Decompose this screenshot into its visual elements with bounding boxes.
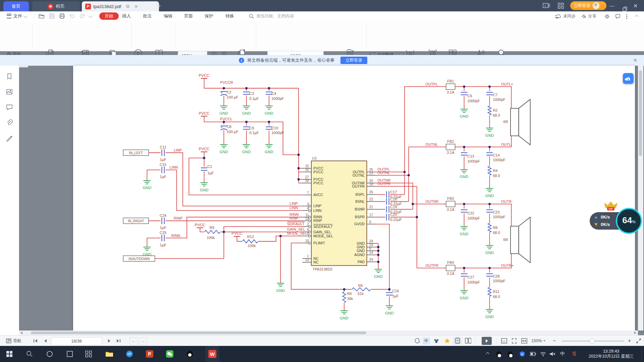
hamburger-icon [7,14,11,18]
collapse-toolbar-icon[interactable] [635,15,638,18]
docer-logo-icon: ❋ [48,4,53,9]
zoom-slider-knob[interactable] [590,339,595,344]
fit-page-status-icon[interactable] [511,338,517,344]
tray-sogou-icon[interactable]: S [570,346,579,362]
tray-security-icon[interactable] [518,346,527,362]
favorite-star-icon[interactable] [444,338,450,344]
bookmark-icon[interactable] [6,73,13,80]
wps-button-active[interactable]: W [205,346,219,362]
single-page-view-icon[interactable] [455,338,460,344]
actual-size-status-icon[interactable]: 1:1 [501,338,507,344]
horizontal-scrollbar-thumb[interactable] [31,331,366,334]
file-menu[interactable]: 文件 [7,11,27,21]
zoom-out-button[interactable]: − [553,336,556,346]
wechat-button[interactable] [164,346,176,362]
fullscreen-icon[interactable] [636,338,641,344]
taskbar-search-button[interactable] [23,346,36,362]
minimize-button[interactable]: — [610,0,620,11]
page-indicator[interactable]: 18/38 [51,337,102,345]
tray-qq1-icon[interactable] [494,346,503,362]
menu-annotate[interactable]: 批注 [143,11,152,21]
eye-protect-icon[interactable] [415,338,420,344]
present-icon[interactable]: ⧉ [126,4,129,9]
new-tab-button[interactable]: + [157,2,161,10]
attachment-icon[interactable] [6,119,13,126]
start-button[interactable] [5,346,14,362]
tray-wifi-icon[interactable] [539,346,547,362]
nav-panel-button[interactable]: 导航 [6,336,21,346]
close-window-button[interactable]: ✕ [633,0,643,11]
memory-percent: 64 [622,215,632,226]
task-view-button[interactable] [64,346,76,362]
notification-login-button[interactable]: 立即登录 [340,57,367,64]
window-switch-icon[interactable]: 1 [543,0,550,11]
history-forward-button[interactable]: → [139,337,147,345]
scroll-right-icon[interactable] [634,331,636,334]
gear-icon[interactable] [604,14,610,19]
menu-protect[interactable]: 保护 [205,11,213,21]
show-desktop-button[interactable] [641,346,644,362]
scroll-left-icon[interactable] [20,331,22,334]
tray-expand-icon[interactable] [484,346,491,362]
share-button[interactable]: 分享 [581,11,596,21]
more-menu-icon[interactable] [626,14,628,19]
zoom-in-button[interactable]: + [628,336,631,346]
cloud-backup-button[interactable] [623,73,634,84]
export-image-icon[interactable] [6,88,13,95]
menu-convert[interactable]: 转换 [225,11,234,21]
qq-button[interactable] [184,346,196,362]
next-page-button[interactable] [108,336,110,346]
browser-button[interactable] [123,346,136,362]
menu-page[interactable]: 页面 [184,11,193,21]
undo-icon[interactable] [69,13,75,19]
docer-skin-icon[interactable] [433,338,439,344]
vertical-scrollbar[interactable] [638,66,643,330]
facing-pages-icon[interactable] [465,338,471,344]
history-back-button[interactable]: ← [129,337,138,345]
title-bar: 首页 ❋ 稻壳 P tpa3138d2.pdf ⧉ ✕ + 1 立即登录 — ✕ [0,0,644,11]
menu-start[interactable]: 开始 [99,12,119,20]
tray-qq2-icon[interactable] [506,346,515,362]
toolbar: 手型 选择 W PDF转Office PDF转图片 拆分合并 播放 阅读模式 1… [0,21,644,51]
search-input[interactable]: 查找功能、文档内容 [249,11,294,21]
app-grid-button[interactable] [83,346,95,362]
first-page-button[interactable] [34,336,37,346]
signature-icon[interactable] [6,135,13,141]
translate-toggle[interactable]: 中 [423,337,430,345]
tab-home[interactable]: 首页 [3,1,29,11]
print-icon[interactable] [59,13,65,19]
avatar [592,2,600,9]
notification-close-icon[interactable]: ✕ [633,57,637,63]
sync-status[interactable]: 未同步 [555,11,576,21]
redo-icon[interactable] [79,13,85,19]
tab-docer[interactable]: ❋ 稻壳 [32,1,80,11]
horizontal-scrollbar[interactable] [19,330,638,335]
tray-ime-indicator[interactable]: 中 [558,346,567,362]
login-button[interactable]: 立即登录 [570,1,606,10]
zoom-level-select[interactable]: 150% [531,336,545,346]
save-icon[interactable] [49,13,55,19]
open-icon[interactable] [38,13,45,19]
play-mode-button[interactable] [482,337,492,345]
memory-ball[interactable]: 64 % [616,208,642,234]
prev-page-button[interactable] [44,336,47,346]
file-explorer-button[interactable] [103,346,115,362]
workspace-grid-icon[interactable] [558,0,564,11]
vertical-scrollbar-thumb[interactable] [639,70,642,156]
taskbar: P W 中 S 13:29:43 2022年10月12日 星期三 [0,346,644,362]
close-tab-icon[interactable]: ✕ [134,4,138,9]
comment-icon[interactable] [615,14,621,19]
fit-width-status-icon[interactable] [521,338,527,344]
svg-text:1:1: 1:1 [502,340,506,343]
powerpoint-button[interactable]: P [144,346,156,362]
sync-label: 未同步 [563,13,576,19]
menu-edit[interactable]: 编辑 [164,11,172,21]
comment-panel-icon[interactable] [6,104,13,111]
tray-volume-muted-icon[interactable] [548,346,557,362]
tab-document[interactable]: P tpa3138d2.pdf ⧉ ✕ [82,1,159,11]
menu-insert[interactable]: 插入 [122,11,131,21]
taskbar-clock[interactable]: 13:29:43 2022年10月12日 星期三 [583,346,639,362]
cortana-button[interactable] [44,346,56,362]
last-page-button[interactable] [117,336,120,346]
more-commands-icon[interactable] [89,14,92,18]
